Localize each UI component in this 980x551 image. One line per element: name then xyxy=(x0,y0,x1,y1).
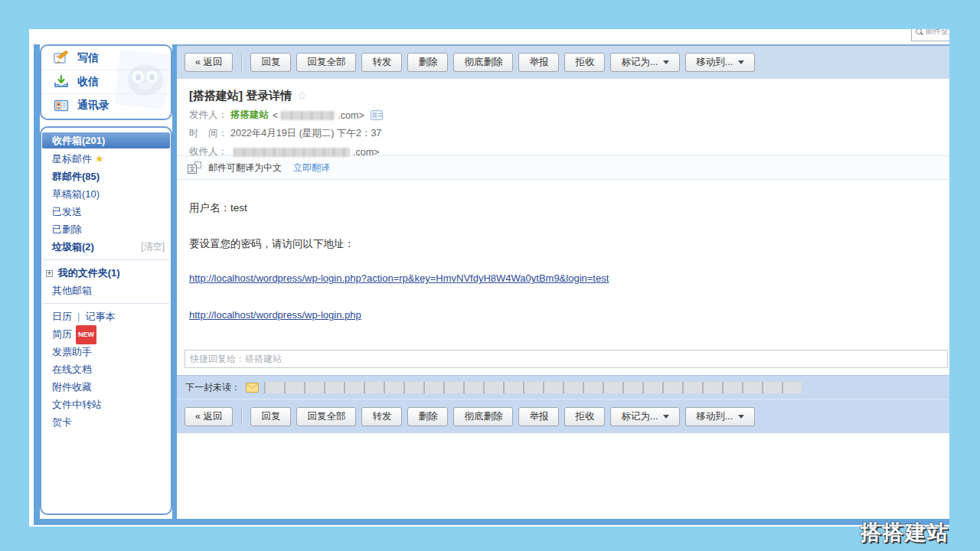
button-label: « 返回 xyxy=(195,56,222,69)
redacted-next-unread-subject[interactable] xyxy=(264,382,802,393)
sidebar-folder-other-mailboxes[interactable]: 其他邮箱 xyxy=(41,282,171,299)
favorite-star-icon[interactable]: ☆ xyxy=(297,90,307,102)
tool-label: 文件中转站 xyxy=(52,399,102,410)
toolbar-separator xyxy=(241,54,242,72)
button-label: 标记为... xyxy=(621,56,658,69)
sidebar-folder-group-mail[interactable]: 群邮件(85) xyxy=(41,168,171,185)
folder-label: 星标邮件 xyxy=(52,153,92,165)
sidebar-tool-attachment-favorites[interactable]: 附件收藏 xyxy=(41,378,171,396)
folder-label: 其他邮箱 xyxy=(52,285,92,296)
empty-spam-link[interactable]: [清空] xyxy=(141,238,165,256)
move-to-dropdown[interactable]: 移动到... xyxy=(685,407,755,426)
report-button[interactable]: 举报 xyxy=(518,407,559,426)
reply-button[interactable]: 回复 xyxy=(250,407,291,426)
forward-button[interactable]: 转发 xyxy=(361,407,402,426)
delete-button[interactable]: 删除 xyxy=(407,53,448,72)
tool-label: 在线文档 xyxy=(52,364,92,375)
sidebar-actions-panel: 写信 收信 通讯录 xyxy=(40,44,172,120)
new-badge: NEW xyxy=(76,325,96,344)
password-reset-link[interactable]: http://localhost/wordpress/wp-login.php?… xyxy=(189,272,609,284)
translate-hint-text: 邮件可翻译为中文 xyxy=(208,161,282,174)
tool-label: 附件收藏 xyxy=(52,381,92,393)
sidebar-folder-drafts[interactable]: 草稿箱(10) xyxy=(41,185,171,203)
mail-header: [搭搭建站] 登录详情☆ 发件人： 搭搭建站 < .com> 时 间： 2022… xyxy=(177,79,949,155)
back-button[interactable]: « 返回 xyxy=(185,53,233,72)
mark-as-dropdown[interactable]: 标记为... xyxy=(610,407,680,426)
next-unread-bar: 下一封未读： xyxy=(177,375,949,399)
translate-icon: 文 xyxy=(188,161,201,174)
forward-button[interactable]: 转发 xyxy=(361,53,402,72)
chevron-down-icon xyxy=(663,60,669,64)
button-label: 标记为... xyxy=(621,410,658,423)
tool-label: 贺卡 xyxy=(52,416,72,428)
search-icon xyxy=(916,29,923,35)
login-page-link[interactable]: http://localhost/wordpress/wp-login.php xyxy=(189,309,361,321)
envelope-icon xyxy=(246,383,259,393)
contact-card-icon[interactable] xyxy=(371,110,383,120)
translate-now-link[interactable]: 立即翻译 xyxy=(293,161,330,174)
sidebar-item-label: 通讯录 xyxy=(77,99,109,112)
time-row: 时 间： 2022年4月19日 (星期二) 下午2：37 xyxy=(189,127,937,140)
sidebar-folder-sent[interactable]: 已发送 xyxy=(41,203,171,220)
report-button[interactable]: 举报 xyxy=(518,53,559,72)
reply-all-button[interactable]: 回复全部 xyxy=(296,407,356,426)
quick-reply-bar xyxy=(177,347,949,375)
calendar-link[interactable]: 日历 xyxy=(52,311,72,322)
star-icon: ★ xyxy=(95,153,104,165)
delete-permanently-button[interactable]: 彻底删除 xyxy=(453,407,513,426)
button-label: 回复 xyxy=(261,56,280,69)
chevron-down-icon xyxy=(738,415,744,419)
mark-as-dropdown[interactable]: 标记为... xyxy=(610,53,680,72)
from-label: 发件人： xyxy=(189,109,227,122)
button-label: 转发 xyxy=(372,56,391,69)
block-button[interactable]: 拒收 xyxy=(564,53,605,72)
next-unread-label: 下一封未读： xyxy=(185,381,240,394)
sidebar-item-label: 写信 xyxy=(77,51,99,65)
sidebar-item-label: 收信 xyxy=(77,75,99,89)
translate-bar: 文 邮件可翻译为中文 立即翻译 xyxy=(177,155,949,180)
site-watermark: 搭搭建站 xyxy=(861,519,949,546)
bottom-accent-strip xyxy=(34,519,949,525)
toolbar-separator xyxy=(241,407,242,425)
tool-label: 简历 xyxy=(52,328,72,340)
reply-button[interactable]: 回复 xyxy=(250,53,291,72)
sidebar-folder-deleted[interactable]: 已删除 xyxy=(41,220,171,238)
compose-icon xyxy=(54,51,69,66)
block-button[interactable]: 拒收 xyxy=(564,407,605,426)
sidebar-tool-invoice[interactable]: 发票助手 xyxy=(41,343,171,360)
sidebar-tool-online-docs[interactable]: 在线文档 xyxy=(41,360,171,378)
sidebar-tool-resume[interactable]: 简历NEW xyxy=(41,325,171,343)
mail-app-window: 邮件全文搜索 写信 收信 xyxy=(29,29,949,527)
receive-mail-icon xyxy=(54,74,69,90)
button-label: 举报 xyxy=(529,56,548,69)
chevron-down-icon xyxy=(738,60,744,64)
subject-text: [搭搭建站] 登录详情 xyxy=(189,89,292,102)
sender-name[interactable]: 搭搭建站 xyxy=(230,109,269,122)
button-label: 拒收 xyxy=(575,56,594,69)
sidebar-separator xyxy=(43,259,169,260)
folder-label: 我的文件夹(1) xyxy=(58,267,120,279)
notebook-link[interactable]: 记事本 xyxy=(85,311,115,322)
sidebar-folder-spam[interactable]: [清空] 垃圾箱(2) xyxy=(41,238,171,256)
delete-permanently-button[interactable]: 彻底删除 xyxy=(453,53,513,72)
button-label: 回复全部 xyxy=(307,56,345,69)
button-label: 移动到... xyxy=(696,410,733,423)
sidebar-folder-starred[interactable]: 星标邮件★ xyxy=(41,150,171,168)
search-input[interactable]: 邮件全文搜索 xyxy=(911,29,949,41)
sidebar-folders-panel: 收件箱(201) 星标邮件★ 群邮件(85) 草稿箱(10) 已发送 已删除 [… xyxy=(40,126,172,515)
button-label: 彻底删除 xyxy=(464,56,502,69)
time-label: 时 间： xyxy=(189,127,227,140)
toolbar-top: « 返回 回复 回复全部 转发 删除 彻底删除 举报 拒收 标记为... 移动到… xyxy=(177,44,949,79)
sidebar-tool-file-transfer[interactable]: 文件中转站 xyxy=(41,396,171,413)
quick-reply-input[interactable] xyxy=(185,350,948,368)
sidebar-tool-greeting-card[interactable]: 贺卡 xyxy=(41,413,171,431)
sidebar-folder-inbox[interactable]: 收件箱(201) xyxy=(42,132,170,148)
sidebar-folder-my-folders[interactable]: + 我的文件夹(1) xyxy=(41,264,171,282)
back-button[interactable]: « 返回 xyxy=(185,407,233,426)
move-to-dropdown[interactable]: 移动到... xyxy=(685,53,755,72)
reply-all-button[interactable]: 回复全部 xyxy=(296,53,356,72)
left-accent-strip xyxy=(34,44,40,525)
expand-plus-icon[interactable]: + xyxy=(46,270,53,277)
button-label: 拒收 xyxy=(575,410,594,423)
delete-button[interactable]: 删除 xyxy=(407,407,448,426)
